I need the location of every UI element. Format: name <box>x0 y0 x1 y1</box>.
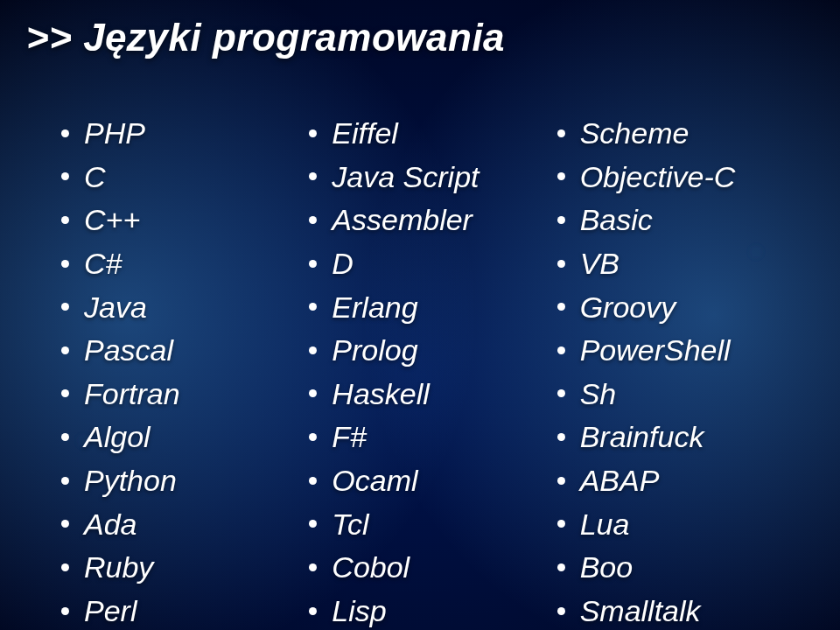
list-item: D <box>309 242 556 286</box>
title-prefix: >> <box>26 16 83 59</box>
list-1: PHP C C++ C# Java Pascal Fortran Algol P… <box>61 112 309 630</box>
list-item: Ruby <box>61 546 309 590</box>
list-item: Brainfuck <box>557 416 805 459</box>
list-item: Ocaml <box>309 459 556 503</box>
list-item: Groovy <box>557 286 805 330</box>
list-item: Haskell <box>309 373 556 416</box>
list-item: Java <box>61 286 309 330</box>
list-item: Smalltalk <box>557 590 805 630</box>
list-item: Boo <box>557 546 805 590</box>
columns-container: PHP C C++ C# Java Pascal Fortran Algol P… <box>26 112 814 630</box>
list-item: PHP <box>61 112 309 156</box>
slide-title: >> Języki programowania <box>26 16 814 60</box>
list-item: Tcl <box>309 503 556 547</box>
list-item: Algol <box>61 416 309 459</box>
list-3: Scheme Objective-C Basic VB Groovy Power… <box>557 112 805 630</box>
list-item: C++ <box>61 199 309 242</box>
list-item: Perl <box>61 590 309 630</box>
list-item: Scheme <box>557 112 805 156</box>
list-item: Java Script <box>309 156 556 200</box>
list-item: C <box>61 156 309 200</box>
list-item: Pascal <box>61 329 309 373</box>
list-2: Eiffel Java Script Assembler D Erlang Pr… <box>309 112 556 630</box>
list-item: Python <box>61 459 309 503</box>
list-item: PowerShell <box>557 329 805 373</box>
list-item: Cobol <box>309 546 556 590</box>
title-text: Języki programowania <box>83 16 505 59</box>
list-item: Ada <box>61 503 309 547</box>
list-item: Eiffel <box>309 112 556 156</box>
list-item: C# <box>61 242 309 286</box>
column-2: Eiffel Java Script Assembler D Erlang Pr… <box>309 112 556 630</box>
list-item: Lua <box>557 503 805 547</box>
column-3: Scheme Objective-C Basic VB Groovy Power… <box>557 112 805 630</box>
list-item: Sh <box>557 373 805 416</box>
list-item: Lisp <box>309 590 556 630</box>
slide: >> Języki programowania PHP C C++ C# Jav… <box>0 0 840 630</box>
list-item: Fortran <box>61 373 309 416</box>
column-1: PHP C C++ C# Java Pascal Fortran Algol P… <box>61 112 309 630</box>
list-item: Basic <box>557 199 805 242</box>
list-item: F# <box>309 416 556 459</box>
list-item: Objective-C <box>557 156 805 200</box>
list-item: Erlang <box>309 286 556 330</box>
list-item: Prolog <box>309 329 556 373</box>
list-item: VB <box>557 242 805 286</box>
list-item: Assembler <box>309 199 556 242</box>
list-item: ABAP <box>557 459 805 503</box>
